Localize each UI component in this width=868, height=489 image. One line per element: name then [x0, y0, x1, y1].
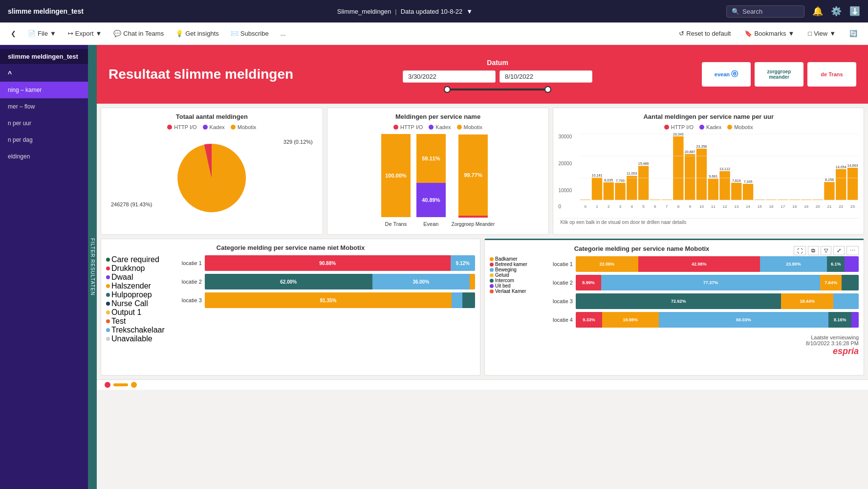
- bar-seg-detrans-1: 100.00%: [381, 134, 411, 217]
- bar-uur-9[interactable]: [685, 154, 695, 200]
- chart4-legend: Care required Drukknop Dwaal Halszender …: [106, 255, 165, 343]
- c3-dot-mobotix: [727, 125, 732, 130]
- bar-uur-3[interactable]: [615, 183, 626, 200]
- bar-uur-1[interactable]: [592, 178, 602, 200]
- bar-label-de-trans: De Trans: [385, 221, 407, 227]
- dot-nav-1[interactable]: [105, 382, 110, 388]
- bar-uur-5[interactable]: [638, 166, 649, 200]
- file-dropdown-icon: ▼: [50, 30, 56, 37]
- svg-text:9,681: 9,681: [709, 175, 718, 178]
- view-button[interactable]: □ View ▼: [803, 27, 841, 40]
- bookmarks-button[interactable]: 🔖 Bookmarks ▼: [739, 27, 799, 40]
- sidebar-item-0[interactable]: ning – kamer: [0, 82, 88, 98]
- dot-drukknop: [106, 267, 110, 270]
- c2-legend-kadex: Kadex: [429, 124, 451, 130]
- sidebar-item-3[interactable]: n per dag: [0, 132, 88, 148]
- bar-uur-11[interactable]: [708, 178, 718, 200]
- hbar-row-loc3: locatie 3 91.35%: [173, 292, 475, 308]
- bar-uur-2[interactable]: [604, 182, 614, 200]
- more-label: ...: [281, 30, 286, 37]
- slider-thumb-right[interactable]: [544, 86, 551, 93]
- chat-teams-label: Chat in Teams: [123, 30, 164, 37]
- back-button[interactable]: ❮: [6, 27, 21, 40]
- hbar5-seg-l1-5: [845, 256, 859, 272]
- bar-uur-13[interactable]: [731, 183, 741, 200]
- date-slider[interactable]: [444, 89, 551, 90]
- filter-panel[interactable]: FILTER RESULTATEN: [88, 45, 97, 489]
- sidebar-collapse-btn[interactable]: ^: [0, 66, 88, 82]
- reset-button[interactable]: ↺ Reset to default: [674, 27, 736, 40]
- reset-label: Reset to default: [686, 30, 731, 37]
- svg-text:22: 22: [839, 204, 844, 209]
- bar-uur-4[interactable]: [627, 176, 637, 200]
- download-icon[interactable]: ⬇️: [849, 6, 860, 17]
- chart4-title: Categorie melding per service name niet …: [106, 244, 475, 251]
- reset-icon: ↺: [679, 30, 684, 37]
- export-button[interactable]: ↦ Export ▼: [63, 27, 107, 40]
- chat-teams-button[interactable]: 💬 Chat in Teams: [108, 27, 169, 40]
- chart5-expand-btn[interactable]: ⛶: [794, 246, 806, 255]
- svg-text:6: 6: [654, 204, 657, 209]
- dot5-ver: [490, 289, 494, 293]
- hbar-seg-loc2-2: 36.00%: [372, 274, 470, 289]
- logo-trans: de Trans: [807, 62, 856, 87]
- get-insights-button[interactable]: 💡 Get insights: [171, 27, 224, 40]
- hbar-track-loc2: 62.00% 36.00%: [205, 274, 475, 289]
- dot5-int: [490, 279, 494, 283]
- leg-nursecall: Nurse Call: [106, 299, 165, 308]
- sidebar-item-1[interactable]: mer – flow: [0, 98, 88, 115]
- svg-text:7,345: 7,345: [744, 180, 753, 183]
- more-button[interactable]: ...: [276, 27, 291, 40]
- bar-uur-8[interactable]: [673, 136, 684, 200]
- hbar5-seg-l1-1: 22.06%: [576, 256, 638, 272]
- hbar-seg-loc3-1: 91.35%: [205, 292, 452, 308]
- gear-icon[interactable]: ⚙️: [831, 6, 842, 17]
- dot-nav-2[interactable]: [113, 383, 128, 386]
- pie-chart-svg: [173, 139, 251, 217]
- bar-uur-14[interactable]: [743, 184, 753, 200]
- date-start-input[interactable]: [403, 70, 496, 83]
- svg-text:7: 7: [666, 204, 668, 209]
- bar-stack-de-trans: 100.00%: [381, 134, 411, 217]
- bar-uur-21[interactable]: [825, 182, 835, 200]
- hbar-seg-loc1-2: 9.12%: [451, 255, 475, 271]
- date-end-input[interactable]: [499, 70, 592, 83]
- footer-update: Laatste vernieuwing 8/10/2022 3:16:28 PM…: [490, 331, 859, 356]
- subscribe-button[interactable]: ✉️ Subscribe: [226, 27, 274, 40]
- bar-uur-10[interactable]: [696, 149, 707, 200]
- sidebar-item-2[interactable]: n per uur: [0, 115, 88, 132]
- hbar5-seg-l1-2: 42.98%: [638, 256, 760, 272]
- bar-uur-22[interactable]: [836, 169, 846, 200]
- bell-icon[interactable]: 🔔: [812, 6, 823, 17]
- toolbar-left: ❮ 📄 File ▼ ↦ Export ▼ 💬 Chat in Teams 💡 …: [6, 27, 290, 40]
- report-info: Slimme_meldingen | Data updated 10-8-22 …: [337, 8, 473, 15]
- dot-nav-3[interactable]: [131, 382, 137, 388]
- chart5-title: Categorie melding per service name Mobot…: [490, 245, 794, 252]
- dot5-bet: [490, 263, 494, 267]
- y-label-0: 0: [558, 204, 561, 209]
- chart5-more-btn[interactable]: ⋯: [846, 246, 859, 255]
- c3-legend-mobotix: Mobotix: [727, 124, 753, 130]
- hbar5-track-loc2: 8.99% 77.37% 7.64%: [576, 275, 859, 290]
- hbar5-track-loc1: 22.06% 42.98% 23.80% 6.1%: [576, 256, 859, 272]
- slider-thumb-left[interactable]: [444, 86, 451, 93]
- bar-uur-12[interactable]: [720, 171, 730, 200]
- sidebar-item-4[interactable]: eldingen: [0, 148, 88, 165]
- dropdown-icon[interactable]: ▼: [466, 8, 473, 15]
- hbar5-seg-l4-3: 60.03%: [659, 312, 829, 328]
- hbar5-seg-l1-4: 6.1%: [827, 256, 845, 272]
- leg-dwaal: Dwaal: [106, 273, 165, 282]
- chart5-focus-btn[interactable]: ⤢: [833, 246, 845, 255]
- chart5-copy-btn[interactable]: ⧉: [808, 246, 819, 255]
- bar-zorggroep: 99.77% Zorggroep Meander: [452, 134, 495, 227]
- date-filter: Datum: [403, 59, 592, 90]
- refresh-button[interactable]: 🔄: [845, 27, 862, 40]
- bar-uur-23[interactable]: [847, 168, 858, 200]
- file-button[interactable]: 📄 File ▼: [23, 27, 61, 40]
- chart-cat-niet-mobotix: Categorie melding per service name niet …: [101, 239, 480, 376]
- chart5-filter-btn[interactable]: ▽: [821, 246, 831, 255]
- search-box[interactable]: 🔍 Search: [726, 5, 804, 18]
- svg-text:19: 19: [804, 204, 809, 209]
- chart-cat-mobotix: Categorie melding per service name Mobot…: [484, 239, 864, 376]
- legend-dot-kadex: [203, 125, 208, 130]
